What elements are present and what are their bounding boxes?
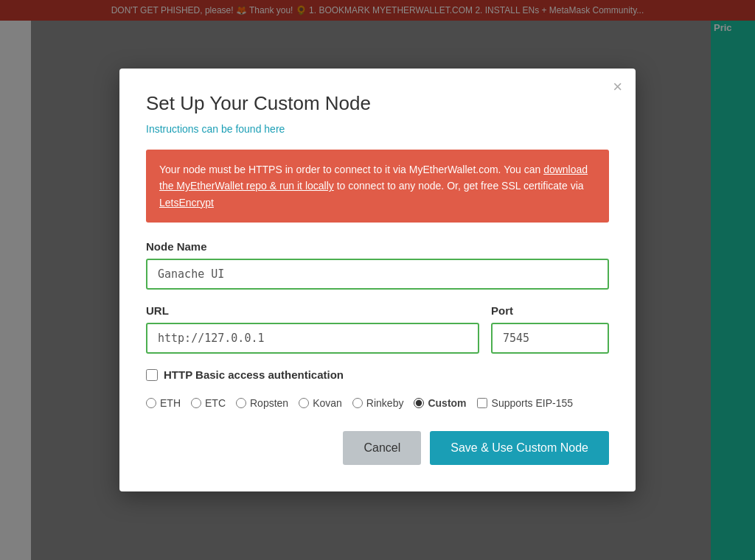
port-label: Port	[491, 304, 609, 317]
eip155-row: Supports EIP-155	[477, 397, 574, 409]
http-auth-row: HTTP Basic access authentication	[146, 368, 609, 381]
cancel-button[interactable]: Cancel	[343, 431, 421, 465]
instructions-link[interactable]: Instructions can be found here	[146, 123, 285, 135]
radio-etc-label[interactable]: ETC	[205, 397, 226, 409]
radio-kovan-input[interactable]	[299, 398, 309, 408]
button-row: Cancel Save & Use Custom Node	[146, 431, 609, 465]
radio-custom-label[interactable]: Custom	[428, 397, 466, 409]
port-input[interactable]	[491, 323, 609, 354]
eip155-checkbox[interactable]	[477, 398, 487, 408]
radio-custom: Custom	[414, 397, 466, 409]
radio-rinkeby-input[interactable]	[352, 398, 363, 408]
url-port-row: URL Port	[146, 304, 609, 354]
close-button[interactable]: ×	[613, 79, 622, 95]
radio-kovan: Kovan	[299, 397, 342, 409]
alert-text-1: Your node must be HTTPS in order to conn…	[159, 164, 543, 175]
node-name-input[interactable]	[146, 259, 609, 290]
modal-overlay: × Set Up Your Custom Node Instructions c…	[0, 0, 755, 560]
url-group: URL	[146, 304, 479, 354]
modal-dialog: × Set Up Your Custom Node Instructions c…	[119, 69, 636, 491]
network-radio-row: ETH ETC Ropsten Kovan Rinkeby Custom	[146, 397, 609, 409]
alert-box: Your node must be HTTPS in order to conn…	[146, 150, 609, 223]
alert-text-2: to connect to any node. Or, get free SSL…	[334, 180, 584, 192]
url-label: URL	[146, 304, 479, 317]
modal-title: Set Up Your Custom Node	[146, 92, 609, 115]
radio-ropsten-input[interactable]	[236, 398, 246, 408]
http-auth-checkbox[interactable]	[146, 369, 158, 381]
radio-rinkeby-label[interactable]: Rinkeby	[366, 397, 404, 409]
url-input[interactable]	[146, 323, 479, 354]
radio-etc-input[interactable]	[191, 398, 201, 408]
radio-eth: ETH	[146, 397, 181, 409]
radio-eth-input[interactable]	[146, 398, 156, 408]
radio-custom-input[interactable]	[414, 398, 424, 408]
eip155-label[interactable]: Supports EIP-155	[492, 397, 574, 409]
radio-etc: ETC	[191, 397, 226, 409]
radio-rinkeby: Rinkeby	[352, 397, 404, 409]
radio-ropsten: Ropsten	[236, 397, 288, 409]
port-group: Port	[491, 304, 609, 354]
node-name-label: Node Name	[146, 240, 609, 253]
save-button[interactable]: Save & Use Custom Node	[430, 431, 609, 465]
radio-ropsten-label[interactable]: Ropsten	[250, 397, 288, 409]
http-auth-label[interactable]: HTTP Basic access authentication	[164, 368, 344, 381]
alert-link-2[interactable]: LetsEncrypt	[159, 197, 214, 209]
radio-kovan-label[interactable]: Kovan	[313, 397, 342, 409]
radio-eth-label[interactable]: ETH	[160, 397, 181, 409]
